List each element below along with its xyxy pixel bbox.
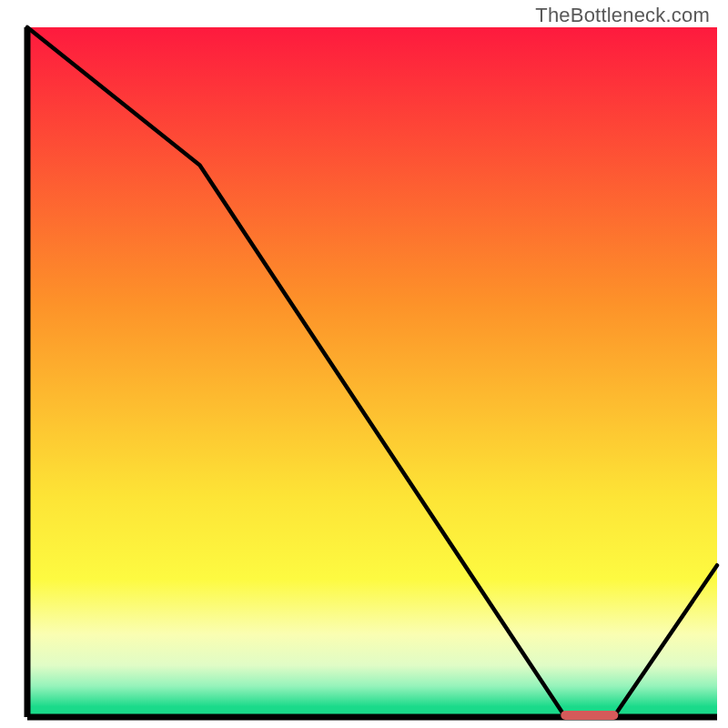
chart-container: TheBottleneck.com [0,0,728,728]
bottleneck-chart [0,0,728,728]
gradient-background [27,27,717,717]
